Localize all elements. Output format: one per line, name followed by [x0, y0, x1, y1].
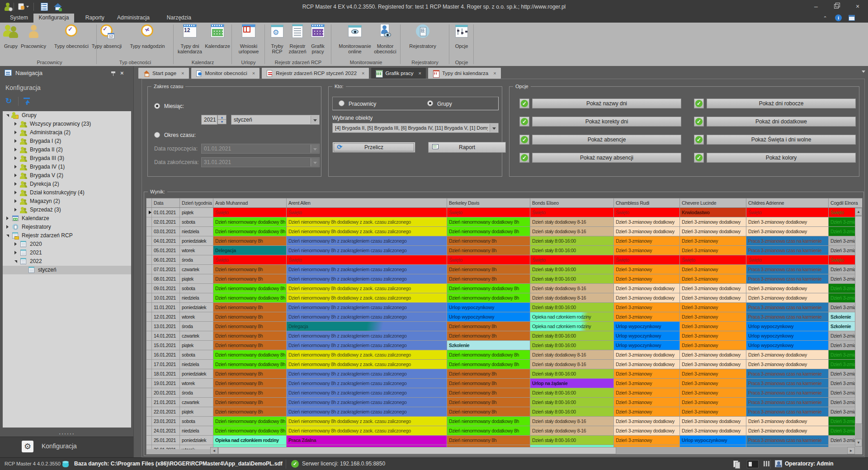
schedule-cell[interactable]: Dzień stały 8:00-16:00: [530, 236, 614, 246]
cell-day[interactable]: poniedziałek: [180, 436, 213, 445]
schedule-cell[interactable]: Dzień 3-zmianowy: [680, 331, 746, 341]
schedule-cell[interactable]: Dzień nienormowany dodatkowy 8h: [213, 350, 287, 360]
cell-date[interactable]: 03.01.2021: [152, 227, 180, 236]
cell-date[interactable]: 08.01.2021: [152, 274, 180, 284]
schedule-cell[interactable]: Dzień nienormowany dodatkowy 8h: [447, 227, 530, 236]
schedule-cell[interactable]: Dzień 3-zmianowy dodatkowy: [614, 293, 680, 303]
schedule-cell[interactable]: Praca 3-zmianowa czas na karmienie: [746, 407, 829, 417]
cell-date[interactable]: 15.01.2021: [152, 341, 180, 350]
tab-rejestr-zdarze-rcp-stycze-2022[interactable]: Rejestr zdarzeń RCP styczeń 2022×: [262, 68, 369, 79]
schedule-cell[interactable]: Dzień stały 8:00-16:00: [530, 341, 614, 350]
schedule-cell[interactable]: Dzień nienormowany 8h: [447, 331, 530, 341]
schedule-cell[interactable]: Urlop wypoczynkowy: [746, 322, 829, 331]
schedule-cell[interactable]: Dzień 3-zmianowy dodatkowy: [680, 227, 746, 236]
schedule-cell[interactable]: Dzień 3-zmianowy: [680, 265, 746, 274]
schedule-cell[interactable]: Dzień nienormowany 8h: [447, 236, 530, 246]
schedule-cell[interactable]: Dzień 3-zmianowy: [680, 388, 746, 398]
schedule-cell[interactable]: Dzień 3-zmianowy: [680, 398, 746, 407]
tab-grafik-pracy[interactable]: Grafik pracy×: [371, 68, 425, 79]
schedule-cell[interactable]: Dzień nienormowany 8h z zaokrągleniem cz…: [287, 341, 447, 350]
schedule-cell[interactable]: Święto: [213, 255, 287, 265]
cell-day[interactable]: wtorek: [180, 379, 213, 388]
cell-day[interactable]: sobota: [180, 417, 213, 426]
schedule-cell[interactable]: Dzień nienormowany 8h: [447, 274, 530, 284]
cell-day[interactable]: niedziela: [180, 426, 213, 436]
chevron-down-icon[interactable]: [311, 116, 319, 124]
expand-caret-icon[interactable]: [14, 242, 17, 246]
tab-monitor-obecno-ci[interactable]: Monitor obecności×: [191, 68, 260, 79]
column-header-chevere-lucinde[interactable]: Chevere Lucinde: [680, 198, 746, 208]
column-header-arab-muhannad[interactable]: Arab Muhannad: [213, 198, 287, 208]
schedule-cell[interactable]: Dzień nienormowany dodatkowy 8h: [213, 426, 287, 436]
cell-date[interactable]: 18.01.2021: [152, 369, 180, 379]
schedule-cell[interactable]: Dzień nienormowany 8h z zaokrągleniem cz…: [287, 246, 447, 255]
cell-date[interactable]: 22.01.2021: [152, 407, 180, 417]
scroll-left-icon[interactable]: ◄: [210, 447, 218, 454]
schedule-cell[interactable]: Dzień nienormowany dodatkowy 8h: [447, 293, 530, 303]
schedule-cell[interactable]: Urlop wypoczynkowy: [614, 341, 680, 350]
cell-day[interactable]: piątek: [180, 208, 213, 217]
schedule-cell[interactable]: Dzień nienormowany dodatkowy 8h: [213, 217, 287, 227]
schedule-cell[interactable]: Dzień nienormowany 8h: [213, 369, 287, 379]
schedule-cell[interactable]: Dzień 3-zmianowy dodatkowy: [746, 360, 829, 369]
tree-item-grupy[interactable]: Grupy: [3, 111, 131, 120]
schedule-cell[interactable]: Urlop wypoczynkowy: [680, 436, 746, 445]
cell-day[interactable]: sobota: [180, 284, 213, 293]
collapse-caret-icon[interactable]: [6, 114, 9, 117]
schedule-cell[interactable]: Dzień 3-zmianowy dodatkowy: [680, 217, 746, 227]
refresh-icon[interactable]: ↻: [5, 97, 14, 106]
schedule-cell[interactable]: Urlop na żądanie: [530, 379, 614, 388]
tree-item-brygada-iv-1-[interactable]: Brygada IV (1): [3, 163, 131, 171]
column-header-arent-allen[interactable]: Arent Allen: [287, 198, 447, 208]
schedule-cell[interactable]: Dzień stały 8:00-16:00: [530, 369, 614, 379]
schedule-cell[interactable]: Dzień stały 8:00-16:00: [530, 303, 614, 312]
tree-item-kalendarze[interactable]: Kalendarze: [3, 214, 131, 223]
schedule-cell[interactable]: Święto: [746, 208, 829, 217]
cell-day[interactable]: czwartek: [180, 331, 213, 341]
tree-item-2020[interactable]: 2020: [3, 240, 131, 249]
toggle-check-poka-nazwy-dni[interactable]: ✓: [519, 99, 529, 108]
schedule-cell[interactable]: Dzień stały 8:00-16:00: [530, 331, 614, 341]
schedule-cell[interactable]: Opieka nad członkiem rodziny: [530, 322, 614, 331]
schedule-cell[interactable]: Dzień 3-zmianowy: [614, 379, 680, 388]
schedule-cell[interactable]: Dzień 3-zmianowy dodatkowy: [614, 350, 680, 360]
schedule-cell[interactable]: Dzień 3-zmianowy dodatkowy: [746, 293, 829, 303]
menu-item-konfiguracja[interactable]: Konfiguracja: [33, 14, 75, 23]
toggle-check-poka-wi-ta-i-dni-wolne[interactable]: ✓: [694, 135, 704, 145]
schedule-cell[interactable]: Urlop wypoczynkowy: [447, 312, 530, 322]
cell-date[interactable]: 19.01.2021: [152, 379, 180, 388]
tree-item-dyrekcja-2-[interactable]: Dyrekcja (2): [3, 180, 131, 188]
schedule-cell[interactable]: Dzień 3-zmianowy: [614, 407, 680, 417]
schedule-cell[interactable]: Dzień nienormowany 8h z zaokrągleniem cz…: [287, 331, 447, 341]
tree-item-stycze-[interactable]: styczeń: [3, 266, 131, 274]
schedule-cell[interactable]: Dzień 3-zmianowy dodatkowy: [746, 417, 829, 426]
schedule-cell[interactable]: Dzień 3-zmianowy: [680, 274, 746, 284]
pin-icon[interactable]: [110, 70, 117, 77]
radio-grupy[interactable]: [427, 100, 433, 106]
status-columns-icon[interactable]: [763, 460, 772, 468]
schedule-cell[interactable]: Praca 3-zmianowa czas na karmienie: [746, 369, 829, 379]
radio-pracownicy[interactable]: [339, 100, 344, 106]
schedule-cell[interactable]: Dzień nienormowany dodatkowy 8h: [447, 417, 530, 426]
schedule-cell[interactable]: Dzień nienormowany 8h z zaokrągleniem cz…: [287, 407, 447, 417]
schedule-cell[interactable]: Dzień 3-zmianowy: [680, 369, 746, 379]
chevron-down-icon[interactable]: [490, 124, 498, 132]
schedule-cell[interactable]: Dzień 3-zmianowy dodatkowy: [614, 360, 680, 369]
cell-day[interactable]: poniedziałek: [180, 369, 213, 379]
tab-close-icon[interactable]: ×: [181, 70, 184, 76]
cell-date[interactable]: 05.01.2021: [152, 246, 180, 255]
schedule-cell[interactable]: Dzień stały 8:00-16:00: [530, 265, 614, 274]
column-header-berkeley-davis[interactable]: Berkeley Davis: [447, 198, 530, 208]
schedule-cell[interactable]: Dzień stały dodatkowy 8-16: [530, 227, 614, 236]
column-header-cogdil-elnora[interactable]: Cogdil Elnora: [829, 198, 863, 208]
cell-date[interactable]: 10.01.2021: [152, 293, 180, 303]
toggle-check-poka-nazwy-absencji[interactable]: ✓: [519, 153, 529, 163]
schedule-cell[interactable]: Dzień nienormowany dodatkowy 8h: [213, 227, 287, 236]
tree-item-brygada-v-2-[interactable]: Brygada V (2): [3, 171, 131, 180]
schedule-cell[interactable]: Praca 3-zmianowa czas na karmienie: [746, 398, 829, 407]
schedule-cell[interactable]: Dzień nienormowany 8h: [213, 407, 287, 417]
cell-date[interactable]: 13.01.2021: [152, 322, 180, 331]
month-dropdown[interactable]: styczeń: [231, 115, 320, 125]
schedule-cell[interactable]: Dzień stały dodatkowy 8-16: [530, 217, 614, 227]
schedule-cell[interactable]: Święto: [447, 208, 530, 217]
